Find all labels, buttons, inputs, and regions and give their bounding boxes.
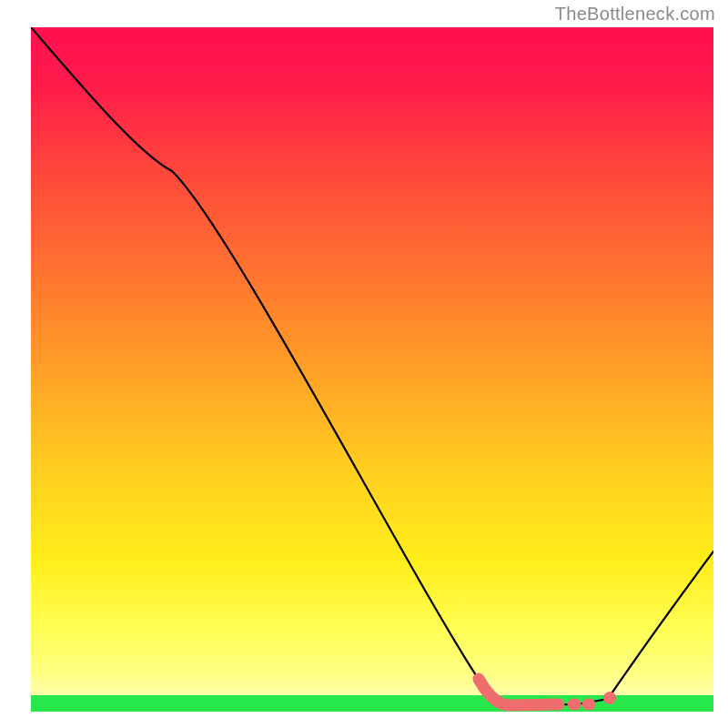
bottleneck-chart — [31, 27, 713, 712]
curve-highlight-dot — [603, 692, 616, 704]
attribution-label: TheBottleneck.com — [555, 4, 715, 25]
chart-background — [31, 27, 713, 712]
